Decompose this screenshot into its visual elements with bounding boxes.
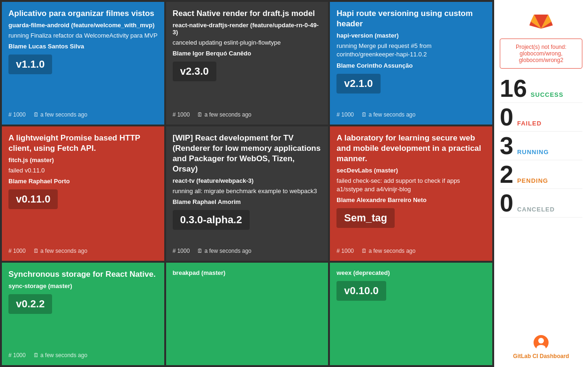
card-footer: 1000a few seconds ago	[8, 352, 158, 359]
build-number: 1000	[8, 352, 26, 359]
card-repo: sync-storage (master)	[8, 282, 158, 289]
pipeline-card-1[interactable]: Aplicativo para organizar filmes vistosg…	[2, 2, 164, 125]
build-number: 1000	[173, 111, 190, 118]
stat-label-running: RUNNING	[517, 148, 549, 156]
card-desc: failed v0.11.0	[8, 166, 158, 175]
card-title: A laboratory for learning secure web and…	[336, 133, 486, 164]
card-repo: weex (deprecated)	[336, 269, 486, 276]
card-desc: running Finaliza refactor da WelcomeActi…	[8, 31, 158, 40]
pipeline-card-2[interactable]: React Native render for draft.js modelre…	[166, 2, 328, 125]
card-repo: guarda-filme-android (feature/welcome_wi…	[8, 22, 158, 29]
stat-label-success: SUCCESS	[531, 91, 564, 98]
version-badge: 0.3.0-alpha.2	[173, 210, 250, 230]
card-title: Aplicativo para organizar filmes vistos	[8, 8, 158, 19]
version-badge: v1.1.0	[8, 55, 52, 74]
card-repo: secDevLabs (master)	[336, 167, 486, 174]
card-desc: canceled updating eslint-plugin-flowtype	[173, 39, 322, 47]
card-footer: 1000a few seconds ago	[8, 248, 158, 254]
timestamp: a few seconds ago	[361, 248, 415, 254]
card-repo: react-native-draftjs-render (feature/upd…	[173, 22, 322, 36]
card-footer: 1000a few seconds ago	[173, 248, 322, 254]
build-number: 1000	[173, 248, 190, 254]
stat-label-canceled: CANCELED	[517, 206, 555, 213]
build-number: 1000	[336, 111, 354, 118]
build-number: 1000	[336, 248, 354, 254]
stat-number-pending: 2	[500, 162, 513, 187]
version-badge: Sem_tag	[336, 208, 395, 228]
version-badge: v0.10.0	[336, 281, 386, 301]
card-blame: Blame Raphael Porto	[8, 178, 158, 185]
stat-number-running: 3	[500, 133, 513, 158]
card-title: Hapi route versioning using custom heade…	[336, 8, 486, 29]
error-box: Project(s) not found: globocom/wrong, gl…	[500, 39, 582, 69]
stat-pending: 2 PENDING	[500, 160, 582, 189]
stat-number-canceled: 0	[500, 191, 513, 215]
build-number: 1000	[8, 248, 26, 254]
card-desc: running all: migrate benchmark example t…	[173, 187, 322, 195]
stats-container: 16 SUCCESS 0 FAILED 3 RUNNING 2 PENDING …	[500, 74, 582, 218]
stat-success: 16 SUCCESS	[500, 74, 582, 103]
timestamp: a few seconds ago	[33, 248, 87, 254]
pipeline-card-7[interactable]: Synchronous storage for React Native.syn…	[2, 263, 164, 365]
card-blame: Blame Alexandre Barreiro Neto	[336, 196, 486, 203]
timestamp: a few seconds ago	[33, 111, 87, 118]
build-number: 1000	[8, 111, 26, 118]
timestamp: a few seconds ago	[197, 248, 251, 254]
pipeline-card-4[interactable]: A lightweight Promise based HTTP client,…	[2, 126, 164, 261]
card-blame: Blame Corintho Assunção	[336, 62, 486, 69]
card-footer: 1000a few seconds ago	[173, 111, 322, 118]
timestamp: a few seconds ago	[33, 352, 87, 359]
gitlab-footer-text: GitLab CI Dashboard	[513, 353, 569, 359]
card-title: Synchronous storage for React Native.	[8, 269, 158, 280]
card-blame: Blame Lucas Santos Silva	[8, 43, 158, 50]
pipeline-card-9[interactable]: weex (deprecated)v0.10.0	[330, 263, 492, 365]
gitlab-logo	[529, 8, 553, 31]
card-footer: 1000a few seconds ago	[8, 111, 158, 118]
svg-point-8	[538, 338, 544, 344]
gitlab-footer-icon	[533, 334, 550, 351]
card-desc: failed check-sec: add support to check i…	[336, 177, 486, 194]
stat-number-success: 16	[500, 76, 527, 101]
timestamp: a few seconds ago	[361, 111, 415, 118]
version-badge: v2.1.0	[336, 74, 380, 94]
pipeline-card-5[interactable]: [WIP] React development for TV (Renderer…	[166, 126, 328, 261]
card-blame: Blame Igor Berquó Canêdo	[173, 50, 322, 57]
sidebar: Project(s) not found: globocom/wrong, gl…	[494, 0, 588, 367]
stat-label-failed: FAILED	[517, 120, 542, 127]
pipeline-card-3[interactable]: Hapi route versioning using custom heade…	[330, 2, 492, 125]
card-title: [WIP] React development for TV (Renderer…	[173, 133, 322, 174]
card-desc: running Merge pull request #5 from corin…	[336, 42, 486, 59]
stat-label-pending: PENDING	[517, 177, 548, 184]
card-blame: Blame Raphael Amorim	[173, 198, 322, 205]
pipeline-card-8[interactable]: breakpad (master)	[166, 263, 328, 365]
stat-canceled: 0 CANCELED	[500, 189, 582, 218]
version-badge: v0.11.0	[8, 189, 58, 209]
card-title: A lightweight Promise based HTTP client,…	[8, 133, 158, 154]
stat-failed: 0 FAILED	[500, 103, 582, 132]
pipeline-grid: Aplicativo para organizar filmes vistosg…	[0, 0, 494, 367]
card-footer: 1000a few seconds ago	[336, 248, 486, 254]
card-title: React Native render for draft.js model	[173, 8, 322, 19]
card-repo: react-tv (feature/webpack-3)	[173, 177, 322, 184]
version-badge: v2.3.0	[173, 62, 216, 81]
card-repo: hapi-version (master)	[336, 32, 486, 39]
card-footer: 1000a few seconds ago	[336, 111, 486, 118]
stat-number-failed: 0	[500, 105, 513, 129]
card-repo: fitch.js (master)	[8, 156, 158, 164]
gitlab-footer: GitLab CI Dashboard	[513, 334, 569, 359]
version-badge: v0.2.2	[8, 294, 52, 314]
pipeline-card-6[interactable]: A laboratory for learning secure web and…	[330, 126, 492, 261]
card-repo: breakpad (master)	[173, 269, 322, 276]
timestamp: a few seconds ago	[197, 111, 251, 118]
stat-running: 3 RUNNING	[500, 132, 582, 160]
